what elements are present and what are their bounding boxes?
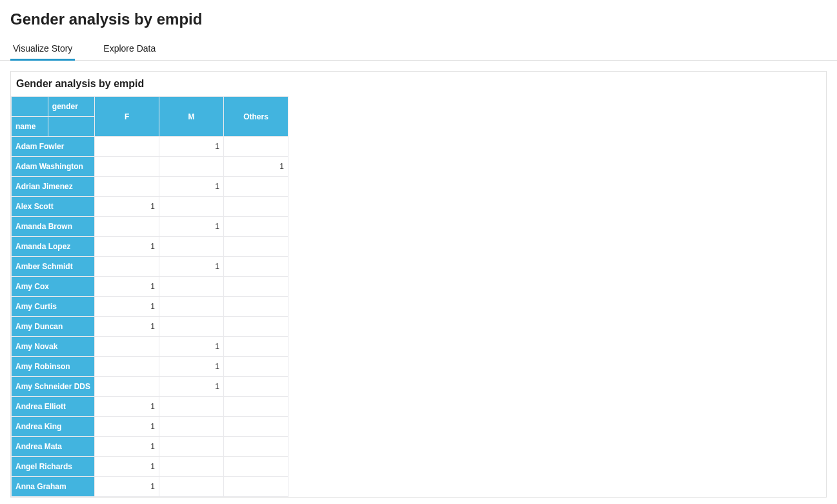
value-cell: 1 [159,337,224,357]
value-cell [224,217,288,237]
value-cell [159,317,224,337]
value-cell [95,257,159,277]
value-cell: 1 [95,397,159,417]
row-header[interactable]: Adam Fowler [12,137,95,157]
row-header[interactable]: Amy Novak [12,337,95,357]
value-cell: 1 [95,457,159,477]
table-row: Adam Washington1 [12,157,288,177]
row-header[interactable]: Amanda Lopez [12,237,95,257]
value-cell [224,417,288,437]
row-header[interactable]: Andrea Elliott [12,397,95,417]
table-row: Alex Scott1 [12,197,288,217]
row-header[interactable]: Andrea Mata [12,437,95,457]
row-header[interactable]: Amy Cox [12,277,95,297]
value-cell: 1 [159,177,224,197]
table-row: Amy Duncan1 [12,317,288,337]
table-row: Andrea Mata1 [12,437,288,457]
value-cell [159,297,224,317]
table-row: Amanda Lopez1 [12,237,288,257]
row-header[interactable]: Andrea King [12,417,95,437]
value-cell [95,137,159,157]
value-cell: 1 [95,277,159,297]
value-cell [224,237,288,257]
value-cell: 1 [159,377,224,397]
value-cell: 1 [95,437,159,457]
tab-explore-data[interactable]: Explore Data [101,37,158,61]
pivot-card: Gender analysis by empid genderFMOthersn… [10,71,827,498]
value-cell [224,137,288,157]
value-cell [159,157,224,177]
table-row: Angel Richards1 [12,457,288,477]
value-cell: 1 [95,317,159,337]
tab-visualize-story[interactable]: Visualize Story [10,37,75,61]
value-cell: 1 [159,217,224,237]
table-row: Amy Cox1 [12,277,288,297]
table-row: Amy Robinson1 [12,357,288,377]
value-cell [159,237,224,257]
value-cell: 1 [95,477,159,497]
page-title: Gender analysis by empid [0,0,837,36]
row-header[interactable]: Amber Schmidt [12,257,95,277]
row-header[interactable]: Alex Scott [12,197,95,217]
value-cell: 1 [95,197,159,217]
table-row: Amy Schneider DDS1 [12,377,288,397]
value-cell [95,217,159,237]
value-cell: 1 [95,237,159,257]
col-header-m[interactable]: M [159,97,224,137]
row-header[interactable]: Amanda Brown [12,217,95,237]
col-header-f[interactable]: F [95,97,159,137]
value-cell [95,357,159,377]
row-header[interactable]: Anna Graham [12,477,95,497]
table-row: Anna Graham1 [12,477,288,497]
value-cell [95,337,159,357]
value-cell: 1 [159,137,224,157]
pivot-table: genderFMOthersnameAdam Fowler1Adam Washi… [11,96,288,497]
value-cell [224,397,288,417]
row-header[interactable]: Amy Schneider DDS [12,377,95,397]
col-dim-label: gender [48,97,94,117]
table-row: Amanda Brown1 [12,217,288,237]
value-cell: 1 [95,297,159,317]
value-cell [159,397,224,417]
value-cell [224,337,288,357]
corner-cell-bottom-right [48,117,94,137]
value-cell [224,317,288,337]
table-row: Amy Curtis1 [12,297,288,317]
value-cell [159,457,224,477]
row-header[interactable]: Angel Richards [12,457,95,477]
value-cell [224,437,288,457]
value-cell [159,197,224,217]
col-header-others[interactable]: Others [224,97,288,137]
card-title: Gender analysis by empid [11,72,826,96]
value-cell: 1 [159,357,224,377]
value-cell [224,277,288,297]
value-cell: 1 [224,157,288,177]
row-header[interactable]: Amy Curtis [12,297,95,317]
tab-bar: Visualize StoryExplore Data [0,36,837,61]
value-cell [95,177,159,197]
row-dim-label: name [12,117,48,137]
table-row: Adam Fowler1 [12,137,288,157]
corner-cell-top-left [12,97,48,117]
value-cell [95,157,159,177]
value-cell: 1 [159,257,224,277]
value-cell [224,357,288,377]
row-header[interactable]: Adrian Jimenez [12,177,95,197]
value-cell [159,277,224,297]
row-header[interactable]: Adam Washington [12,157,95,177]
row-header[interactable]: Amy Duncan [12,317,95,337]
value-cell [224,457,288,477]
value-cell [224,257,288,277]
value-cell [224,477,288,497]
table-row: Andrea Elliott1 [12,397,288,417]
value-cell [224,177,288,197]
table-row: Amy Novak1 [12,337,288,357]
table-row: Adrian Jimenez1 [12,177,288,197]
content-area: Gender analysis by empid genderFMOthersn… [0,61,837,504]
value-cell [159,417,224,437]
value-cell: 1 [95,417,159,437]
row-header[interactable]: Amy Robinson [12,357,95,377]
value-cell [224,297,288,317]
value-cell [95,377,159,397]
value-cell [224,377,288,397]
